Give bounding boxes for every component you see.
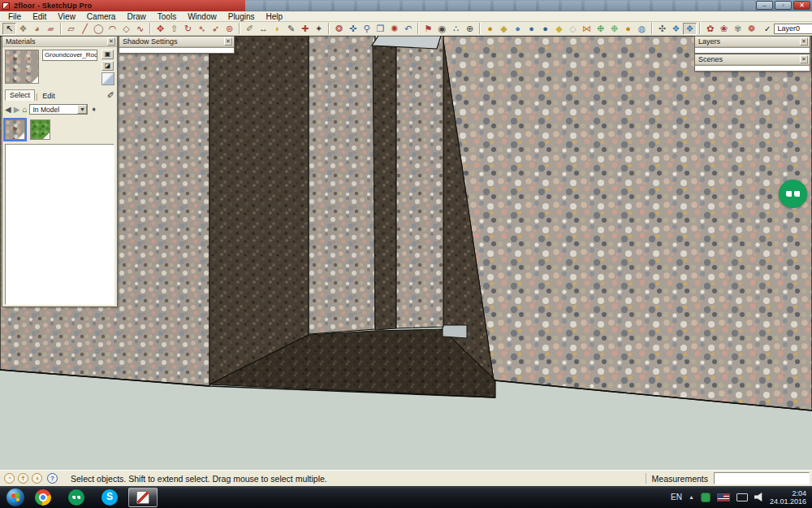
layers-title-bar[interactable]: Layers ✕: [695, 37, 810, 47]
collection-dropdown-arrow-icon[interactable]: ▼: [77, 105, 87, 114]
taskbar-skype-button[interactable]: S: [95, 488, 124, 507]
arc-tool-icon[interactable]: ◠: [106, 23, 119, 35]
walk-tool-icon[interactable]: ∴: [449, 23, 463, 35]
tray-volume-icon[interactable]: [754, 493, 763, 501]
plugin-icon-4[interactable]: ●: [525, 23, 538, 35]
back-arrow-icon[interactable]: ◀: [5, 105, 11, 114]
circle-tool-icon[interactable]: ◯: [92, 23, 106, 35]
help-icon[interactable]: ?: [47, 473, 58, 484]
section-icon-1[interactable]: ✿: [703, 23, 717, 35]
material-name-field[interactable]: Groundcover_Rock_Crush: [42, 50, 97, 61]
close-button[interactable]: ✕: [793, 1, 810, 10]
materials-title-bar[interactable]: Materials ✕: [2, 37, 117, 47]
measurements-input[interactable]: [714, 472, 810, 484]
eyedropper-icon[interactable]: ✐: [107, 90, 114, 101]
section-icon-4[interactable]: ❁: [745, 23, 758, 35]
scenes-close-icon[interactable]: ✕: [800, 55, 808, 63]
tray-display-icon[interactable]: [736, 493, 748, 501]
materials-list-area[interactable]: [5, 144, 114, 305]
middle-rock-wall-face[interactable]: [309, 36, 375, 334]
menu-plugins[interactable]: Plugins: [223, 12, 261, 21]
hangouts-bubble-icon[interactable]: [779, 180, 807, 208]
turn-tool-icon[interactable]: ⊕: [463, 23, 477, 35]
start-button[interactable]: [6, 488, 24, 506]
rotate-tool-icon[interactable]: ↻: [181, 23, 195, 35]
menu-tools[interactable]: Tools: [153, 12, 183, 21]
menu-file[interactable]: File: [3, 12, 28, 21]
section-icon-3[interactable]: ✾: [731, 23, 745, 35]
taskbar-chrome-button[interactable]: [28, 488, 58, 507]
plugin-icon-3[interactable]: ●: [511, 23, 525, 35]
right-rock-wall-face[interactable]: [443, 36, 812, 410]
material-swatch-rock[interactable]: [5, 119, 25, 140]
make-component-icon[interactable]: ❖: [16, 23, 30, 35]
offset-tool-icon[interactable]: ⊚: [222, 23, 236, 35]
plugin-icon-9[interactable]: ❉: [594, 23, 607, 35]
plugin-icon-2[interactable]: ◆: [497, 23, 511, 35]
minimize-button[interactable]: –: [756, 1, 773, 10]
protractor-icon[interactable]: ◗: [270, 23, 284, 35]
tape-measure-icon[interactable]: ✐: [243, 23, 257, 35]
rectangle-tool-icon[interactable]: ▱: [64, 23, 78, 35]
zoom-window-icon[interactable]: ❐: [374, 23, 387, 35]
position-camera-icon[interactable]: ⚑: [421, 23, 435, 35]
line-tool-icon[interactable]: ╱: [78, 23, 92, 35]
select-tool-icon[interactable]: ↖: [2, 23, 16, 35]
signin-status-icon[interactable]: ◑: [32, 473, 42, 484]
navigation-icon-1[interactable]: ✣: [655, 23, 669, 35]
dimension-icon[interactable]: ↔: [257, 23, 270, 35]
shadow-settings-title-bar[interactable]: Shadow Settings ✕: [119, 37, 234, 47]
plugin-icon-7[interactable]: ◇: [566, 23, 580, 35]
plugin-icon-10[interactable]: ❉: [607, 23, 621, 35]
middle-shadow-strip-wall[interactable]: [373, 46, 396, 330]
details-arrow-icon[interactable]: ➧: [90, 105, 97, 114]
collection-dropdown[interactable]: In Model ▼: [29, 104, 88, 115]
shadow-settings-close-icon[interactable]: ✕: [224, 37, 232, 46]
plugin-icon-6[interactable]: ◆: [552, 23, 566, 35]
language-indicator[interactable]: EN: [671, 493, 682, 501]
scale-tool-icon[interactable]: ➶: [209, 23, 222, 35]
menu-view[interactable]: View: [53, 12, 82, 21]
freehand-tool-icon[interactable]: ∿: [133, 23, 147, 35]
plugin-icon-12[interactable]: ◍: [635, 23, 649, 35]
zoom-previous-icon[interactable]: ↶: [401, 23, 415, 35]
layers-close-icon[interactable]: ✕: [800, 37, 808, 46]
eraser-icon[interactable]: ▰: [44, 23, 58, 35]
taskbar-hangouts-button[interactable]: [62, 488, 91, 507]
materials-close-icon[interactable]: ✕: [107, 37, 115, 46]
menu-draw[interactable]: Draw: [122, 12, 152, 21]
credit-status-icon[interactable]: ✝: [18, 473, 28, 484]
geolocation-status-icon[interactable]: ◔: [4, 473, 15, 484]
paint-bucket-icon[interactable]: ◕: [30, 23, 44, 35]
maximize-button[interactable]: ▫: [775, 1, 792, 10]
3d-text-icon[interactable]: ✦: [312, 23, 326, 35]
zoom-extents-icon[interactable]: ✺: [387, 23, 401, 35]
look-around-icon[interactable]: ◉: [435, 23, 449, 35]
navigation-icon-3[interactable]: ❖: [683, 23, 697, 35]
pan-tool-icon[interactable]: ✜: [346, 23, 360, 35]
tray-clock[interactable]: 2:04 24.01.2016: [770, 489, 806, 506]
plugin-icon-11[interactable]: ●: [621, 23, 635, 35]
axes-tool-icon[interactable]: ✚: [298, 23, 312, 35]
menu-camera[interactable]: Camera: [82, 12, 123, 21]
tray-expand-icon[interactable]: ▲: [689, 494, 694, 500]
taskbar-sketchup-button[interactable]: [128, 488, 158, 507]
orbit-tool-icon[interactable]: ❂: [332, 23, 346, 35]
paint-details-button[interactable]: ◪: [102, 61, 114, 71]
section-icon-2[interactable]: ❀: [717, 23, 731, 35]
text-tool-icon[interactable]: ✎: [284, 23, 298, 35]
push-pull-tool-icon[interactable]: ⇧: [167, 23, 181, 35]
viewport-3d[interactable]: [0, 36, 812, 470]
home-icon[interactable]: ⌂: [22, 105, 27, 114]
zoom-tool-icon[interactable]: ⚲: [360, 23, 374, 35]
plugin-icon-5[interactable]: ●: [538, 23, 552, 35]
tab-select[interactable]: Select: [5, 89, 35, 101]
menu-window[interactable]: Window: [183, 12, 223, 21]
polygon-tool-icon[interactable]: ◇: [119, 23, 133, 35]
plugin-icon-1[interactable]: ●: [483, 23, 497, 35]
plugin-icon-8[interactable]: ⋈: [580, 23, 594, 35]
navigation-icon-2[interactable]: ❖: [669, 23, 683, 35]
follow-me-tool-icon[interactable]: ➴: [195, 23, 209, 35]
menu-edit[interactable]: Edit: [28, 12, 53, 21]
forward-arrow-icon[interactable]: ▶: [14, 105, 20, 114]
